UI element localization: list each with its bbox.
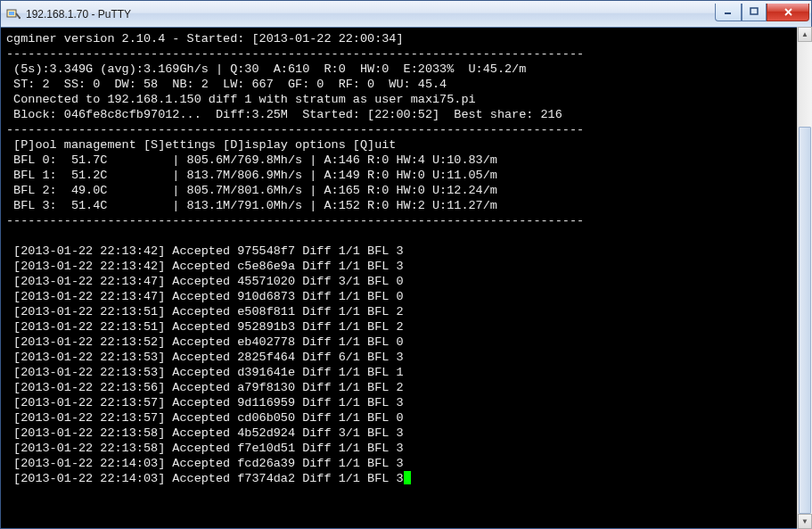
close-button[interactable]: [767, 4, 809, 21]
maximize-button[interactable]: [742, 4, 767, 21]
log1: [2013-01-22 22:13:42] Accepted c5e86e9a …: [6, 260, 404, 273]
log13: [2013-01-22 22:13:58] Accepted f7e10d51 …: [6, 442, 404, 455]
dev3: BFL 3: 51.4C | 813.1M/791.0Mh/s | A:152 …: [6, 199, 497, 212]
log2: [2013-01-22 22:13:47] Accepted 45571020 …: [6, 275, 404, 288]
stats-line4: Block: 046fe8c8cfb97012... Diff:3.25M St…: [6, 108, 562, 121]
log4: [2013-01-22 22:13:51] Accepted e508f811 …: [6, 305, 404, 318]
log0: [2013-01-22 22:13:42] Accepted 975548f7 …: [6, 244, 404, 258]
menu-line: [P]ool management [S]ettings [D]isplay o…: [6, 138, 396, 152]
svg-rect-5: [750, 8, 758, 14]
scrollbar[interactable]: ▲ ▼: [797, 27, 812, 529]
titlebar[interactable]: 192.168.1.70 - PuTTY: [1, 1, 811, 28]
log12: [2013-01-22 22:13:58] Accepted 4b52d924 …: [6, 426, 404, 440]
log15: [2013-01-22 22:14:03] Accepted f7374da2 …: [6, 472, 404, 485]
scroll-down-button[interactable]: ▼: [798, 514, 812, 529]
stats-line1: (5s):3.349G (avg):3.169Gh/s | Q:30 A:610…: [6, 62, 526, 76]
log6: [2013-01-22 22:13:52] Accepted eb402778 …: [6, 335, 404, 349]
log8: [2013-01-22 22:13:53] Accepted d391641e …: [6, 366, 404, 379]
scroll-up-button[interactable]: ▲: [798, 27, 812, 42]
dash1: ----------------------------------------…: [6, 47, 584, 61]
log3: [2013-01-22 22:13:47] Accepted 910d6873 …: [6, 290, 404, 303]
window-buttons: [715, 4, 809, 21]
svg-rect-1: [9, 12, 14, 15]
dev1: BFL 1: 51.2C | 813.7M/806.9Mh/s | A:149 …: [6, 169, 497, 182]
cursor: [404, 471, 411, 484]
log7: [2013-01-22 22:13:53] Accepted 2825f464 …: [6, 351, 404, 364]
log9: [2013-01-22 22:13:56] Accepted a79f8130 …: [6, 381, 404, 394]
putty-window: 192.168.1.70 - PuTTY cgminer version 2.1…: [0, 0, 812, 529]
log5: [2013-01-22 22:13:51] Accepted 952891b3 …: [6, 320, 404, 334]
log14: [2013-01-22 22:14:03] Accepted fcd26a39 …: [6, 457, 404, 470]
log10: [2013-01-22 22:13:57] Accepted 9d116959 …: [6, 396, 404, 409]
log11: [2013-01-22 22:13:57] Accepted cd06b050 …: [6, 411, 404, 425]
stats-line3: Connected to 192.168.1.150 diff 1 with s…: [6, 93, 476, 106]
scroll-thumb[interactable]: [799, 127, 811, 514]
terminal[interactable]: cgminer version 2.10.4 - Started: [2013-…: [1, 28, 811, 528]
scroll-track[interactable]: [798, 42, 812, 514]
dash2: ----------------------------------------…: [6, 123, 584, 136]
dev2: BFL 2: 49.0C | 805.7M/801.6Mh/s | A:165 …: [6, 184, 497, 197]
dash3: ----------------------------------------…: [6, 214, 584, 227]
stats-line2: ST: 2 SS: 0 DW: 58 NB: 2 LW: 667 GF: 0 R…: [6, 78, 447, 91]
minimize-button[interactable]: [715, 4, 742, 21]
window-title: 192.168.1.70 - PuTTY: [26, 8, 715, 21]
dev0: BFL 0: 51.7C | 805.6M/769.8Mh/s | A:146 …: [6, 153, 497, 167]
putty-icon: [6, 7, 21, 21]
hdr: cgminer version 2.10.4 - Started: [2013-…: [6, 32, 404, 45]
